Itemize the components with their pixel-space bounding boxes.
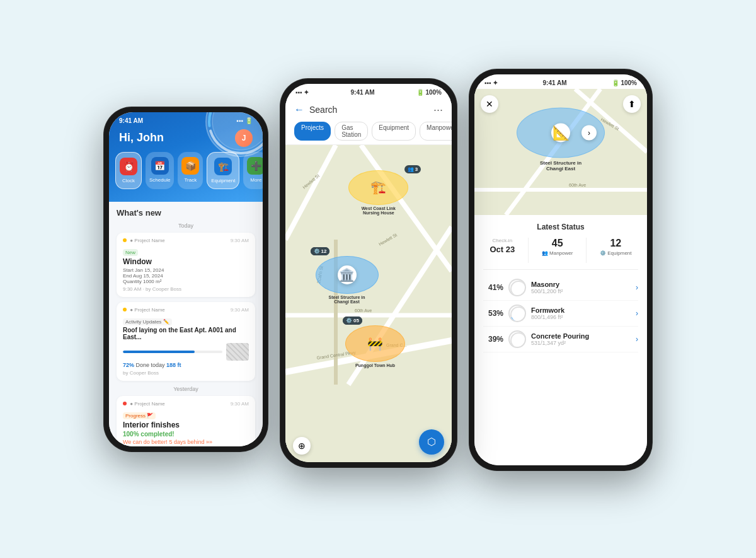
chevron-right-button[interactable]: › <box>581 125 597 140</box>
p3-signal: ▪▪▪ ✦ <box>484 79 498 86</box>
progress-distance: 188 ft <box>166 362 181 368</box>
activity-card-3[interactable]: ● Project Name 9:30 AM Progress 🚩 Interi… <box>117 396 255 446</box>
punggol-icon: 🚧 <box>366 334 385 353</box>
tab-projects[interactable]: Projects <box>294 122 331 141</box>
card1-start: Start Jan 15, 2024 <box>123 267 249 273</box>
phone-1-screen: 9:41 AM ▪▪▪ 🔋 Hi, John J ⏰ Clock <box>109 112 263 446</box>
equipment-stat: 12 ⚙️ Equipment <box>600 238 631 263</box>
concrete-pct: 39% <box>483 335 503 344</box>
pin-steel-structure[interactable]: 👥 45 ⚙️ 12 🏛️ Steel Structure in C <box>316 256 379 304</box>
latest-status-section: Latest Status Check-in Oct 23 45 👥 Man <box>474 215 647 465</box>
card2-top: ● Project Name 9:30 AM <box>123 307 249 313</box>
manpower-label: 👥 Manpower <box>542 250 573 256</box>
greeting-text: Hi, John <box>119 131 164 144</box>
pin-west-coast[interactable]: 👥 3 🏗️ West Coast Link Nursing House <box>348 170 408 215</box>
task-row-formwork[interactable]: 53% Formwork 800/1,496 ft² › <box>483 301 638 327</box>
formwork-name: Formwork <box>531 306 631 314</box>
phone3-project-pin: 📐 › Steel Structure in Changi East <box>517 107 605 171</box>
search-input[interactable]: Search <box>309 105 428 115</box>
search-row: ← Search ··· <box>294 103 443 117</box>
activity-card-2[interactable]: ● Project Name 9:30 AM Activity Updates … <box>117 302 255 381</box>
concrete-circle <box>508 330 526 348</box>
concrete-qty: 531/1,347 yd² <box>531 340 631 346</box>
quick-action-schedule[interactable]: 📅 Schedule <box>146 152 174 189</box>
masonry-arrow[interactable]: › <box>636 283 638 292</box>
card3-badge: Progress 🚩 <box>123 412 156 419</box>
yesterday-label: Yesterday <box>117 386 255 392</box>
formwork-info: Formwork 800/1,496 ft² <box>531 306 631 320</box>
phone-3: ▪▪▪ ✦ 9:41 AM 🔋 100% Hewlett St 60th Ave <box>469 69 652 470</box>
p2-status-signal: ▪▪▪ ✦ <box>295 89 309 96</box>
manpower-value: 45 <box>552 238 563 249</box>
map-controls: ⊕ <box>293 437 311 455</box>
equipment-count: 12 <box>321 248 327 254</box>
card1-by: 9:30 AM · by Cooper Boss <box>123 286 249 292</box>
stat-divider-2 <box>586 238 587 263</box>
card1-title: Window <box>123 257 249 266</box>
thumbnail-pattern <box>226 343 249 361</box>
manpower-stat: 45 👥 Manpower <box>542 238 573 263</box>
phone3-close-button[interactable]: ✕ <box>481 95 498 113</box>
west-coast-icon: 🏗️ <box>369 178 388 197</box>
equipment-label: ⚙️ Equipment <box>600 250 631 256</box>
worker-badge-group: 👥 3 <box>404 165 421 173</box>
completed-text: 100% completed! <box>123 431 175 438</box>
phone-2: ▪▪▪ ✦ 9:41 AM 🔋 100% ← Search ··· Projec… <box>280 79 457 467</box>
phones-container: 9:41 AM ▪▪▪ 🔋 Hi, John J ⏰ Clock <box>32 76 724 483</box>
phone3-steel-icon: 📐 <box>551 123 570 142</box>
equipment-sub-icon: ⚙️ <box>600 250 606 256</box>
west-coast-bubble: 🏗️ <box>348 170 408 205</box>
clock-icon: ⏰ <box>120 158 137 175</box>
phone3-share-button[interactable]: ⬆ <box>623 95 641 113</box>
tab-equipment[interactable]: Equipment <box>372 122 416 141</box>
checkin-stat: Check-in Oct 23 <box>490 238 515 263</box>
phone1-header: 9:41 AM ▪▪▪ 🔋 Hi, John J ⏰ Clock <box>109 112 263 202</box>
whats-new-section: What's new Today ● Project Name 9:30 AM … <box>109 202 263 446</box>
activity-card-1[interactable]: ● Project Name 9:30 AM New Window Start … <box>117 233 255 297</box>
worker-badge-count: 3 <box>415 166 418 172</box>
locate-button[interactable]: ⊕ <box>293 437 311 455</box>
phone2-search-bar: ← Search ··· Projects Gas Station Equipm… <box>285 98 452 145</box>
card1-project-label: ● Project Name <box>123 238 165 243</box>
formwork-arrow[interactable]: › <box>636 309 638 318</box>
p2-status-time: 9:41 AM <box>351 89 375 96</box>
map-action-fab[interactable]: ⬡ <box>419 429 444 455</box>
card3-completed: 100% completed! <box>123 431 249 438</box>
masonry-pct: 41% <box>483 283 503 292</box>
filter-tabs: Projects Gas Station Equipment Manpower <box>294 122 443 141</box>
phone3-steel-bubble: 📐 › <box>517 107 605 158</box>
task-row-masonry[interactable]: 41% Masonry 500/1,200 ft² › <box>483 275 638 301</box>
task-row-concrete[interactable]: 39% Concrete Pouring 531/1,347 yd² › <box>483 327 638 352</box>
card3-project-label: ● Project Name <box>123 401 165 407</box>
card3-note: We can do better! 5 days behind »» <box>123 439 249 445</box>
equipment-count-p: 05 <box>353 318 359 323</box>
stat-divider-1 <box>528 238 529 263</box>
equipment-icon-badge: ⚙️ <box>314 248 320 254</box>
schedule-icon: 📅 <box>151 157 169 175</box>
quick-action-clock[interactable]: ⏰ Clock <box>115 152 142 189</box>
today-label: Today <box>117 223 255 229</box>
pin-punggol[interactable]: 👥 10 ⚙️ 05 🚧 Punggol Town Hub <box>345 325 405 368</box>
phone-3-screen: ▪▪▪ ✦ 9:41 AM 🔋 100% Hewlett St 60th Ave <box>474 74 647 465</box>
card2-progress-row <box>123 343 249 361</box>
task-list: 41% Masonry 500/1,200 ft² › <box>483 269 638 352</box>
back-button[interactable]: ← <box>294 104 304 115</box>
masonry-circle <box>508 279 526 296</box>
svg-text:60th Ave: 60th Ave <box>569 183 586 187</box>
phone3-status-bar: ▪▪▪ ✦ 9:41 AM 🔋 100% <box>474 74 647 89</box>
tab-gas-station[interactable]: Gas Station <box>335 122 368 141</box>
formwork-circle <box>508 305 526 322</box>
equipment-icon-p: ⚙️ <box>346 318 352 323</box>
dot-yellow <box>123 238 127 242</box>
phone-1: 9:41 AM ▪▪▪ 🔋 Hi, John J ⏰ Clock <box>104 107 268 451</box>
card2-badge: Activity Updates ✏️ <box>123 318 172 325</box>
more-button[interactable]: ··· <box>433 103 443 117</box>
clock-label: Clock <box>122 178 135 183</box>
formwork-qty: 800/1,496 ft² <box>531 314 631 320</box>
west-coast-label: West Coast Link Nursing House <box>353 206 404 215</box>
concrete-arrow[interactable]: › <box>636 335 638 344</box>
equipment-badge-12: ⚙️ 12 <box>311 247 330 255</box>
tab-manpower[interactable]: Manpower <box>420 122 452 141</box>
dot-red <box>123 402 127 405</box>
track-icon: 📦 <box>181 157 199 175</box>
